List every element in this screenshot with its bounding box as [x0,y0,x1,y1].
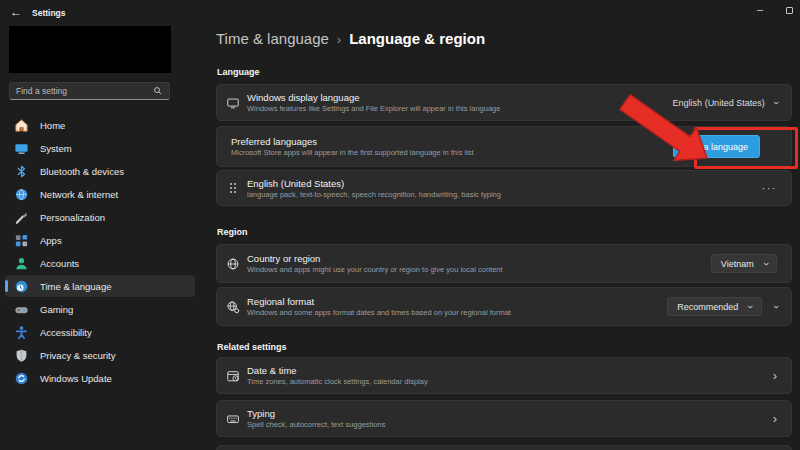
date-time-icon [226,369,240,383]
row-title: Windows display language [247,92,673,103]
row-title: English (United States) [247,178,762,189]
keyboard-icon [226,412,240,426]
time-language-clock-icon [14,279,29,294]
sidebar-nav: Home System Bluetooth & devices Network … [5,114,195,390]
sidebar-item-accessibility[interactable]: Accessibility [5,321,195,343]
row-typing[interactable]: Typing Spell check, autocorrect, text su… [216,400,792,437]
chevron-down-icon: › [745,305,755,308]
row-date-time[interactable]: Date & time Time zones, automatic clock … [216,357,792,394]
sidebar-item-apps[interactable]: Apps [5,229,195,251]
sidebar-item-gaming[interactable]: Gaming [5,298,195,320]
search-icon [153,86,163,96]
windows-update-icon [14,371,29,386]
page-title: Language & region [349,30,485,47]
sidebar-item-label: Accounts [40,258,79,269]
row-subtitle: Spell check, autocorrect, text suggestio… [247,420,773,429]
regional-format-expander[interactable]: › [770,305,780,308]
sidebar-item-label: Personalization [40,212,105,223]
minimize-button[interactable]: – [752,2,768,18]
breadcrumb-separator: › [337,32,341,47]
sidebar-item-network-internet[interactable]: Network & internet [5,183,195,205]
sidebar-item-time-language[interactable]: Time & language [5,275,195,297]
row-subtitle: Windows features like Settings and File … [247,104,673,113]
display-icon [226,96,240,110]
sidebar-item-system[interactable]: System [5,137,195,159]
row-subtitle: Windows and apps might use your country … [247,265,711,274]
gaming-controller-icon [14,302,29,317]
sidebar-item-accounts[interactable]: Accounts [5,252,195,274]
user-profile-redacted [9,26,171,73]
sidebar-item-label: Gaming [40,304,73,315]
breadcrumb-parent[interactable]: Time & language [216,30,329,47]
next-row-partial [216,445,792,450]
section-header-related-settings: Related settings [217,342,287,352]
sidebar-item-privacy-security[interactable]: Privacy & security [5,344,195,366]
chevron-right-icon: › [773,411,777,426]
breadcrumb: Time & language › Language & region [216,30,485,47]
bluetooth-icon [14,164,29,179]
sidebar-item-windows-update[interactable]: Windows Update [5,367,195,389]
regional-format-icon [226,300,240,314]
settings-search-box[interactable] [9,82,170,100]
sidebar-item-bluetooth-devices[interactable]: Bluetooth & devices [5,160,195,182]
maximize-button[interactable] [786,7,793,14]
regional-format-dropdown[interactable]: Recommended › [667,297,761,316]
apps-icon [14,233,29,248]
row-title: Typing [247,408,773,419]
sidebar-item-home[interactable]: Home [5,114,195,136]
row-title: Regional format [247,296,667,307]
sidebar-item-label: Bluetooth & devices [40,166,124,177]
network-globe-icon [14,187,29,202]
sidebar-item-label: Time & language [40,281,111,292]
back-button[interactable]: ← [10,5,22,19]
sidebar-item-label: Apps [40,235,62,246]
sidebar-item-label: Accessibility [40,327,92,338]
home-icon [14,118,29,133]
sidebar-item-label: Privacy & security [40,350,116,361]
add-a-language-button[interactable]: Add a language [673,135,760,158]
row-subtitle: Microsoft Store apps will appear in the … [231,148,673,157]
sidebar-item-personalization[interactable]: Personalization [5,206,195,228]
row-subtitle: Windows and some apps format dates and t… [247,308,667,317]
globe-icon [226,257,240,271]
chevron-right-icon: › [773,368,777,383]
display-language-dropdown[interactable]: English (United States) › [673,98,777,108]
system-icon [14,141,29,156]
settings-search-input[interactable] [16,86,153,96]
row-language-english-us[interactable]: English (United States) language pack, t… [216,170,792,206]
section-header-language: Language [217,67,260,77]
accounts-person-icon [14,256,29,271]
regional-format-value: Recommended [677,302,738,312]
chevron-down-icon: › [760,262,770,265]
accessibility-person-icon [14,325,29,340]
sidebar-item-label: Home [40,120,65,131]
country-region-dropdown[interactable]: Vietnam › [711,254,777,273]
language-item-more-button[interactable]: ··· [762,182,778,194]
row-title: Country or region [247,253,711,264]
row-title: Preferred languages [231,136,673,147]
sidebar-item-label: Windows Update [40,373,112,384]
row-preferred-languages: Preferred languages Microsoft Store apps… [216,126,792,167]
app-title: Settings [32,8,66,18]
row-subtitle: Time zones, automatic clock settings, ca… [247,377,773,386]
drag-handle-icon[interactable] [227,181,239,195]
privacy-shield-icon [14,348,29,363]
country-region-value: Vietnam [721,259,754,269]
row-windows-display-language: Windows display language Windows feature… [216,84,792,121]
row-regional-format: Regional format Windows and some apps fo… [216,287,792,326]
row-subtitle: language pack, text-to-speech, speech re… [247,190,762,199]
section-header-region: Region [217,227,248,237]
personalization-brush-icon [14,210,29,225]
sidebar-item-label: Network & internet [40,189,118,200]
display-language-value: English (United States) [673,98,765,108]
row-country-or-region: Country or region Windows and apps might… [216,244,792,283]
sidebar-item-label: System [40,143,72,154]
chevron-down-icon: › [770,101,780,104]
row-title: Date & time [247,365,773,376]
